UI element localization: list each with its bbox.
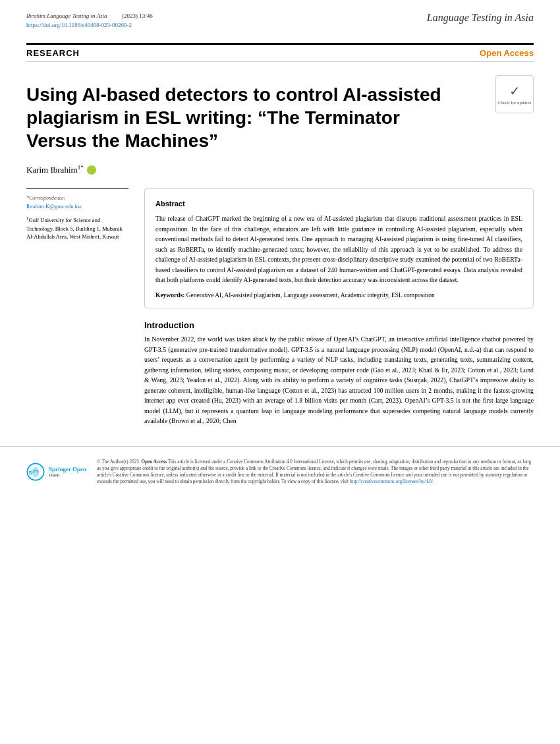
affiliation-text: †Gulf University for Science and Technol… bbox=[26, 215, 128, 241]
article-title: Using AI-based detectors to control AI-a… bbox=[26, 83, 455, 152]
article-body: RESEARCH Open Access ✓ Check for updates… bbox=[0, 43, 560, 440]
springer-open-logo[interactable]: S Springer Open Open bbox=[26, 463, 86, 481]
correspondence-email[interactable]: Ibrahim.K@gust.edu.kw bbox=[26, 203, 82, 210]
introduction-heading: Introduction bbox=[144, 320, 534, 330]
page-header: Ibrahim Language Testing in Asia (2023) … bbox=[0, 0, 560, 35]
svg-text:S: S bbox=[29, 470, 32, 476]
two-column-layout: *Correspondence: Ibrahim.K@gust.edu.kw †… bbox=[26, 188, 534, 426]
open-access-label: Open Access bbox=[480, 48, 534, 58]
page-footer: S Springer Open Open © The Author(s) 202… bbox=[0, 446, 560, 492]
correspondence-section: *Correspondence: Ibrahim.K@gust.edu.kw †… bbox=[26, 188, 128, 241]
authors-line: Karim Ibrahim1* bbox=[26, 164, 534, 175]
main-content: Abstract The release of ChatGPT marked t… bbox=[144, 188, 534, 426]
check-updates-badge[interactable]: ✓ Check for updates bbox=[495, 75, 534, 113]
introduction-body: In November 2022, the world was taken ab… bbox=[144, 334, 534, 426]
sidebar: *Correspondence: Ibrahim.K@gust.edu.kw †… bbox=[26, 188, 128, 426]
journal-name-header: Language Testing in Asia bbox=[427, 12, 534, 24]
section-type-bar: RESEARCH Open Access bbox=[26, 43, 534, 62]
introduction-section: Introduction In November 2022, the world… bbox=[144, 320, 534, 426]
header-citation: Ibrahim Language Testing in Asia (2023) … bbox=[26, 12, 153, 30]
cc-license-link[interactable]: http://creativecommons.org/licenses/by/4… bbox=[350, 479, 433, 484]
keywords-line: Keywords: Generative AI, AI-assisted pla… bbox=[155, 291, 522, 300]
article-page: Ibrahim Language Testing in Asia (2023) … bbox=[0, 0, 560, 744]
check-updates-icon: ✓ bbox=[509, 83, 520, 99]
research-label: RESEARCH bbox=[26, 48, 80, 58]
orcid-icon[interactable] bbox=[87, 165, 96, 175]
abstract-box: Abstract The release of ChatGPT marked t… bbox=[144, 188, 534, 308]
footer-copyright: © The Author(s) 2023. Open Access This a… bbox=[97, 459, 534, 485]
abstract-title: Abstract bbox=[155, 198, 522, 210]
header-doi[interactable]: https://doi.org/10.1186/s40468-023-00260… bbox=[26, 21, 153, 30]
header-journal-line: Ibrahim Language Testing in Asia (2023) … bbox=[26, 12, 153, 21]
abstract-body: The release of ChatGPT marked the beginn… bbox=[155, 214, 522, 285]
springer-open-logo-icon: S bbox=[26, 463, 45, 481]
